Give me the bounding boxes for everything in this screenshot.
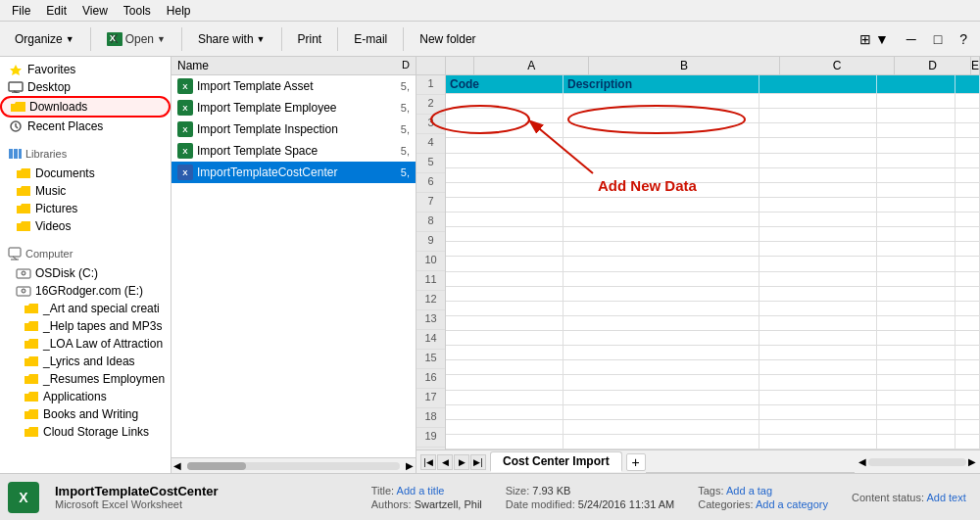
cell-A17[interactable] [446, 316, 564, 330]
cell-D25[interactable] [877, 435, 956, 449]
scroll-left-btn[interactable]: ◀ [172, 460, 183, 471]
cell-D8[interactable] [877, 183, 956, 197]
cell-A5[interactable] [446, 138, 564, 152]
cell-B14[interactable] [564, 272, 760, 286]
file-item-asset[interactable]: X Import Template Asset 5, [172, 75, 416, 97]
cell-D15[interactable] [877, 287, 956, 301]
cell-c1[interactable] [760, 75, 877, 93]
cell-A20[interactable] [446, 360, 564, 374]
sheet-nav-first[interactable]: |◀ [420, 454, 436, 470]
cell-A21[interactable] [446, 375, 564, 389]
share-button[interactable]: Share with ▼ [189, 28, 274, 50]
minimize-button[interactable]: ─ [900, 28, 923, 50]
file-item-costcenter[interactable]: X ImportTemplateCostCenter 5, [172, 162, 416, 183]
cell-D12[interactable] [877, 242, 956, 256]
cell-E8[interactable] [956, 183, 980, 197]
sidebar-item-applications[interactable]: Applications [0, 388, 171, 405]
cell-E5[interactable] [956, 138, 980, 152]
sidebar-item-favorites[interactable]: Favorites [0, 61, 171, 78]
cell-B10[interactable] [564, 213, 760, 226]
cell-D21[interactable] [877, 375, 956, 389]
email-button[interactable]: E-mail [345, 28, 396, 50]
cell-C20[interactable] [760, 360, 877, 374]
cell-E22[interactable] [956, 391, 980, 404]
maximize-button[interactable]: □ [927, 28, 949, 50]
sidebar-item-books[interactable]: Books and Writing [0, 405, 171, 423]
menu-file[interactable]: File [4, 2, 38, 20]
cell-B2[interactable] [564, 94, 760, 108]
cell-A10[interactable] [446, 213, 564, 226]
spreadsheet-hscrollbar[interactable]: ◀ ▶ [858, 456, 976, 467]
cell-A6[interactable] [446, 154, 564, 167]
cell-D9[interactable] [877, 198, 956, 212]
cell-B3[interactable] [564, 109, 760, 122]
cell-E2[interactable] [956, 94, 980, 108]
sidebar-item-resumes[interactable]: _Resumes Employmen [0, 370, 171, 388]
cell-A11[interactable] [446, 227, 564, 241]
cell-C25[interactable] [760, 435, 877, 449]
cell-C13[interactable] [760, 257, 877, 270]
cell-C8[interactable] [760, 183, 877, 197]
cell-C7[interactable] [760, 168, 877, 182]
sidebar-item-cloud[interactable]: Cloud Storage Links [0, 423, 171, 441]
cell-C4[interactable] [760, 123, 877, 137]
cell-B8[interactable] [564, 183, 760, 197]
cell-B12[interactable] [564, 242, 760, 256]
cell-B17[interactable] [564, 316, 760, 330]
sidebar-item-art[interactable]: _Art and special creati [0, 300, 171, 317]
cell-E23[interactable] [956, 405, 980, 419]
title-value[interactable]: Add a title [397, 485, 445, 496]
cell-C5[interactable] [760, 138, 877, 152]
cell-A16[interactable] [446, 302, 564, 315]
help-icon-button[interactable]: ? [953, 28, 974, 50]
sheet-nav-prev[interactable]: ◀ [437, 454, 453, 470]
cell-C24[interactable] [760, 420, 877, 434]
sidebar-item-downloads[interactable]: Downloads [0, 96, 171, 118]
cell-A12[interactable] [446, 242, 564, 256]
cell-D24[interactable] [877, 420, 956, 434]
cell-D10[interactable] [877, 213, 956, 226]
cell-E7[interactable] [956, 168, 980, 182]
sidebar-item-rodger[interactable]: 16GRodger.com (E:) [0, 282, 171, 300]
cell-A15[interactable] [446, 287, 564, 301]
cell-D19[interactable] [877, 346, 956, 359]
sidebar-item-pictures[interactable]: Pictures [0, 200, 171, 217]
cell-A18[interactable] [446, 331, 564, 345]
cell-D3[interactable] [877, 109, 956, 122]
cell-C14[interactable] [760, 272, 877, 286]
file-item-space[interactable]: X Import Template Space 5, [172, 140, 416, 162]
col-header-c[interactable]: C [780, 57, 895, 74]
cell-d1[interactable] [877, 75, 956, 93]
cell-D13[interactable] [877, 257, 956, 270]
open-button[interactable]: X Open ▼ [98, 28, 174, 50]
cell-A13[interactable] [446, 257, 564, 270]
spreadsheet-scroll-left[interactable]: ◀ [858, 456, 866, 467]
view-options-button[interactable]: ⊞ ▼ [853, 28, 896, 50]
cell-E4[interactable] [956, 123, 980, 137]
sidebar-item-loa[interactable]: _LOA Law of Attraction [0, 335, 171, 353]
file-list-scrollbar-h[interactable]: ◀ ▶ [172, 457, 416, 473]
cell-D14[interactable] [877, 272, 956, 286]
cell-E19[interactable] [956, 346, 980, 359]
sidebar-item-documents[interactable]: Documents [0, 165, 171, 182]
sidebar-item-help[interactable]: _Help tapes and MP3s [0, 317, 171, 335]
cell-C23[interactable] [760, 405, 877, 419]
cell-E20[interactable] [956, 360, 980, 374]
cell-D23[interactable] [877, 405, 956, 419]
cell-A22[interactable] [446, 391, 564, 404]
cell-E11[interactable] [956, 227, 980, 241]
cell-B9[interactable] [564, 198, 760, 212]
menu-help[interactable]: Help [159, 2, 199, 20]
add-sheet-button[interactable]: + [626, 453, 646, 471]
menu-view[interactable]: View [74, 2, 116, 20]
cell-B4[interactable] [564, 123, 760, 137]
tags-value[interactable]: Add a tag [726, 485, 772, 496]
cell-E6[interactable] [956, 154, 980, 167]
sheet-nav-next[interactable]: ▶ [454, 454, 469, 470]
cell-e1[interactable] [956, 75, 980, 93]
sidebar-item-desktop[interactable]: Desktop [0, 78, 171, 96]
col-header-d[interactable]: D [895, 57, 971, 74]
sheet-nav-last[interactable]: ▶| [470, 454, 486, 470]
cell-C22[interactable] [760, 391, 877, 404]
cell-C9[interactable] [760, 198, 877, 212]
